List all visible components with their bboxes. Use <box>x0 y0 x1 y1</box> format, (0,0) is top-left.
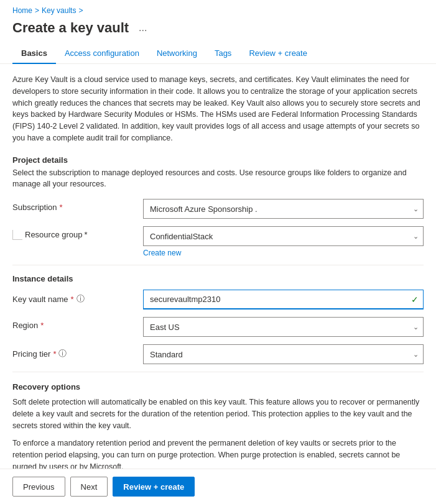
resource-group-label: Resource group * <box>25 230 88 239</box>
region-select[interactable]: East US <box>143 317 424 337</box>
breadcrumb-sep2: > <box>78 6 83 15</box>
subscription-control: Microsoft Azure Sponsorship . ⌄ <box>143 199 424 219</box>
pricing-tier-label: Pricing tier * ⓘ <box>12 344 137 359</box>
page-header: Create a key vault ... <box>0 17 436 44</box>
instance-details-title: Instance details <box>12 274 424 283</box>
breadcrumb: Home > Key vaults > <box>0 0 436 17</box>
subscription-select[interactable]: Microsoft Azure Sponsorship . <box>143 199 424 219</box>
tab-networking[interactable]: Networking <box>148 44 206 64</box>
tab-access-configuration[interactable]: Access configuration <box>56 44 148 64</box>
resource-group-select[interactable]: ConfidentialStack <box>143 226 424 246</box>
next-button[interactable]: Next <box>70 477 108 497</box>
region-control: East US ⌄ <box>143 317 424 337</box>
pricing-tier-info-icon[interactable]: ⓘ <box>58 348 67 359</box>
review-create-button[interactable]: Review + create <box>113 477 195 497</box>
region-select-wrapper: East US ⌄ <box>143 317 424 337</box>
region-required: * <box>40 321 44 330</box>
recovery-text-2: To enforce a mandatory retention period … <box>12 438 424 472</box>
tab-tags[interactable]: Tags <box>206 44 240 64</box>
region-label: Region * <box>12 317 137 330</box>
resource-group-row: Resource group * ConfidentialStack ⌄ Cre… <box>12 226 424 257</box>
resource-group-select-wrapper: ConfidentialStack ⌄ <box>143 226 424 246</box>
footer: Previous Next Review + create <box>0 469 436 504</box>
recovery-text-1: Soft delete protection will automaticall… <box>12 396 424 431</box>
instance-details-section: Instance details <box>12 274 424 283</box>
keyvault-name-input-wrapper: ✓ <box>143 290 424 309</box>
resource-group-indent: Resource group * <box>12 226 137 240</box>
tab-review-create[interactable]: Review + create <box>240 44 316 64</box>
keyvault-name-required: * <box>71 295 74 304</box>
breadcrumb-keyvaults[interactable]: Key vaults <box>42 6 76 15</box>
subscription-required: * <box>60 203 63 212</box>
keyvault-name-row: Key vault name * ⓘ ✓ <box>12 290 424 309</box>
pricing-tier-required: * <box>53 349 56 359</box>
subscription-label: Subscription * <box>12 199 137 212</box>
pricing-tier-select-wrapper: Standard ⌄ <box>143 344 424 364</box>
page-title: Create a key vault <box>12 20 129 36</box>
breadcrumb-home[interactable]: Home <box>12 6 32 15</box>
region-row: Region * East US ⌄ <box>12 317 424 337</box>
pricing-tier-select[interactable]: Standard <box>143 344 424 364</box>
divider-1 <box>12 265 424 265</box>
keyvault-name-label: Key vault name * ⓘ <box>12 290 137 305</box>
subscription-row: Subscription * Microsoft Azure Sponsorsh… <box>12 199 424 219</box>
keyvault-name-check-icon: ✓ <box>411 295 419 305</box>
recovery-options-section: Recovery options Soft delete protection … <box>12 382 424 473</box>
project-details-title: Project details <box>12 155 424 165</box>
recovery-options-title: Recovery options <box>12 382 424 392</box>
keyvault-name-control: ✓ <box>143 290 424 309</box>
previous-button[interactable]: Previous <box>12 477 65 497</box>
keyvault-name-input[interactable] <box>143 290 424 309</box>
resource-group-required: * <box>85 230 88 239</box>
resource-group-control: ConfidentialStack ⌄ Create new <box>143 226 424 257</box>
pricing-tier-control: Standard ⌄ <box>143 344 424 364</box>
tab-basics[interactable]: Basics <box>12 44 56 64</box>
subscription-select-wrapper: Microsoft Azure Sponsorship . ⌄ <box>143 199 424 219</box>
keyvault-name-info-icon[interactable]: ⓘ <box>77 293 85 305</box>
ellipsis-button[interactable]: ... <box>135 21 151 35</box>
project-details-desc: Select the subscription to manage deploy… <box>12 167 424 191</box>
breadcrumb-sep1: > <box>35 6 39 15</box>
description-text: Azure Key Vault is a cloud service used … <box>12 74 424 144</box>
divider-2 <box>12 372 424 372</box>
pricing-tier-row: Pricing tier * ⓘ Standard ⌄ <box>12 344 424 364</box>
create-new-link[interactable]: Create new <box>143 249 424 257</box>
main-content: Azure Key Vault is a cloud service used … <box>0 64 436 504</box>
tab-bar: Basics Access configuration Networking T… <box>0 44 436 64</box>
indent-line <box>12 230 22 240</box>
